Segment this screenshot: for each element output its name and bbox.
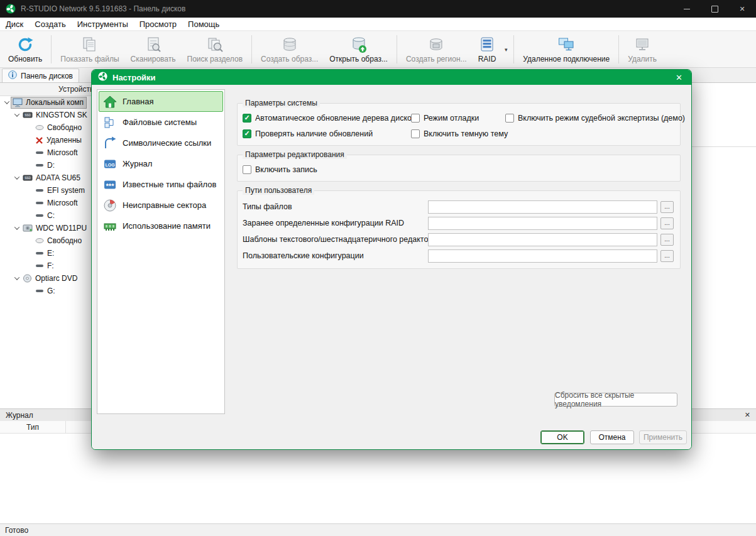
menu-disk[interactable]: Диск <box>0 18 29 31</box>
tree-item-label: Microsoft <box>47 199 78 207</box>
chevron-down-icon[interactable] <box>13 172 21 184</box>
filesystems-icon <box>103 116 117 129</box>
close-button[interactable] <box>728 0 756 18</box>
checkbox-dark-theme[interactable]: Включить темную тему <box>411 127 505 141</box>
settings-nav-filesystems[interactable]: Файловые системы <box>99 112 223 133</box>
tree-item-label: WDC WD11PU <box>36 224 87 232</box>
raid-dropdown-arrow[interactable]: ▾ <box>501 33 510 66</box>
tab-disk-panel[interactable]: Панель дисков <box>2 68 79 82</box>
group-title: Параметры редактирования <box>243 150 347 159</box>
settings-category-list: Главная Файловые системы Символические с… <box>97 89 225 414</box>
remote-connection-button[interactable]: Удаленное подключение <box>517 33 615 66</box>
file-types-path-input[interactable] <box>428 200 657 214</box>
create-region-button[interactable]: Создать регион... <box>400 33 473 66</box>
maximize-button[interactable] <box>701 0 728 18</box>
scan-icon <box>145 35 162 54</box>
log-column-type[interactable]: Тип <box>0 421 66 433</box>
tree-item-label: D: <box>47 161 55 170</box>
settings-nav-log[interactable]: LOG Журнал <box>99 153 223 174</box>
browse-button[interactable]: ... <box>660 234 674 246</box>
toolbar-label: Удалить <box>628 55 657 63</box>
checkbox-box <box>411 129 420 138</box>
dialog-close-icon[interactable]: ✕ <box>673 73 685 82</box>
chevron-down-icon[interactable] <box>13 109 21 121</box>
dialog-titlebar: Настройки ✕ <box>92 70 691 85</box>
tree-item-label: G: <box>47 287 55 295</box>
editing-parameters-group: Параметры редактирования Включить запись <box>237 155 681 182</box>
chevron-down-icon[interactable] <box>3 96 11 109</box>
browse-button[interactable]: ... <box>660 217 674 229</box>
chevron-down-icon[interactable] <box>13 272 21 285</box>
toolbar-label: Создать регион... <box>406 55 467 63</box>
bad-sectors-icon <box>103 199 117 212</box>
toolbar: Обновить Показать файлы Сканировать Поис… <box>0 31 756 68</box>
toolbar-label: Открыть образ... <box>329 55 388 63</box>
checkbox-forensic-mode[interactable]: Включить режим судебной экспертизы (демо… <box>505 111 685 125</box>
toolbar-label: Сканировать <box>131 55 176 63</box>
checkbox-box <box>411 114 420 123</box>
dvd-drive-icon <box>23 274 32 283</box>
svg-text:LOG: LOG <box>105 162 115 167</box>
delete-button[interactable]: Удалить <box>622 33 662 66</box>
r-studio-logo-icon <box>6 4 16 14</box>
free-space-icon <box>35 124 44 131</box>
settings-nav-memory-usage[interactable]: Использование памяти <box>99 216 223 236</box>
partition-icon <box>35 188 44 193</box>
partition-icon <box>35 263 44 268</box>
raid-configs-path-input[interactable] <box>428 217 657 230</box>
path-label: Типы файлов <box>243 202 428 211</box>
settings-nav-bad-sectors[interactable]: Неисправные сектора <box>99 195 223 216</box>
tree-item-label: E: <box>47 249 54 258</box>
settings-nav-symlinks[interactable]: Символические ссылки <box>99 133 223 153</box>
group-title: Пути пользователя <box>243 186 314 195</box>
tab-label: Панель дисков <box>21 72 73 80</box>
hdd-icon <box>23 224 33 232</box>
tree-item-label: Optiarc DVD <box>35 274 77 283</box>
checkbox-check-updates[interactable]: Проверять наличие обновлений <box>243 127 411 141</box>
ok-button[interactable]: OK <box>540 430 584 444</box>
computer-icon <box>13 98 23 107</box>
show-files-button[interactable]: Показать файлы <box>55 33 124 66</box>
menu-view[interactable]: Просмотр <box>134 18 182 31</box>
partition-icon <box>35 251 44 256</box>
checkbox-auto-refresh-disk-tree[interactable]: Автоматическое обновление дерева дисков <box>243 111 411 125</box>
user-configs-path-input[interactable] <box>428 249 657 263</box>
refresh-button[interactable]: Обновить <box>3 33 48 66</box>
partition-icon <box>35 213 44 218</box>
checkbox-label: Режим отладки <box>424 114 479 123</box>
r-studio-logo-icon <box>98 72 107 84</box>
editor-templates-path-input[interactable] <box>428 233 657 246</box>
browse-button[interactable]: ... <box>660 250 674 262</box>
checkbox-debug-mode[interactable]: Режим отладки <box>411 111 505 125</box>
minimize-button[interactable] <box>673 0 701 18</box>
browse-button[interactable]: ... <box>660 201 674 213</box>
r-studio-window: R-STUDIO Network 9.5.191683 - Панель дис… <box>0 0 756 536</box>
free-space-icon <box>35 238 44 244</box>
chevron-down-icon[interactable] <box>13 222 21 234</box>
reset-hidden-notifications-button[interactable]: Сбросить все скрытые уведомления <box>554 393 677 407</box>
scan-button[interactable]: Сканировать <box>125 33 182 66</box>
checkbox-enable-write[interactable]: Включить запись <box>243 163 675 177</box>
menu-tools[interactable]: Инструменты <box>72 18 134 31</box>
apply-button[interactable]: Применить <box>639 430 687 444</box>
checkbox-box <box>243 114 251 123</box>
system-parameters-group: Параметры системы Автоматическое обновле… <box>237 103 681 146</box>
partition-icon <box>35 288 44 293</box>
path-label: Заранее определенные конфигурации RAID <box>243 219 428 227</box>
create-image-button[interactable]: Создать образ... <box>255 33 324 66</box>
settings-nav-known-file-types[interactable]: *** Известные типы файлов <box>99 174 223 195</box>
settings-nav-label: Главная <box>123 97 153 106</box>
checkbox-label: Проверять наличие обновлений <box>255 129 373 138</box>
settings-nav-main[interactable]: Главная <box>99 91 223 112</box>
cancel-button[interactable]: Отмена <box>590 430 634 444</box>
search-partitions-button[interactable]: Поиск разделов <box>182 33 249 66</box>
log-close-icon[interactable]: ✕ <box>745 411 750 419</box>
menu-help[interactable]: Помощь <box>182 18 225 31</box>
tree-item-label: Свободно <box>47 236 82 245</box>
tree-item-label: EFI system <box>47 186 85 195</box>
group-title: Параметры системы <box>243 99 320 107</box>
raid-button[interactable]: RAID <box>473 33 502 66</box>
menu-create[interactable]: Создать <box>29 18 71 31</box>
open-image-button[interactable]: Открыть образ... <box>324 33 393 66</box>
delete-icon <box>633 35 651 54</box>
